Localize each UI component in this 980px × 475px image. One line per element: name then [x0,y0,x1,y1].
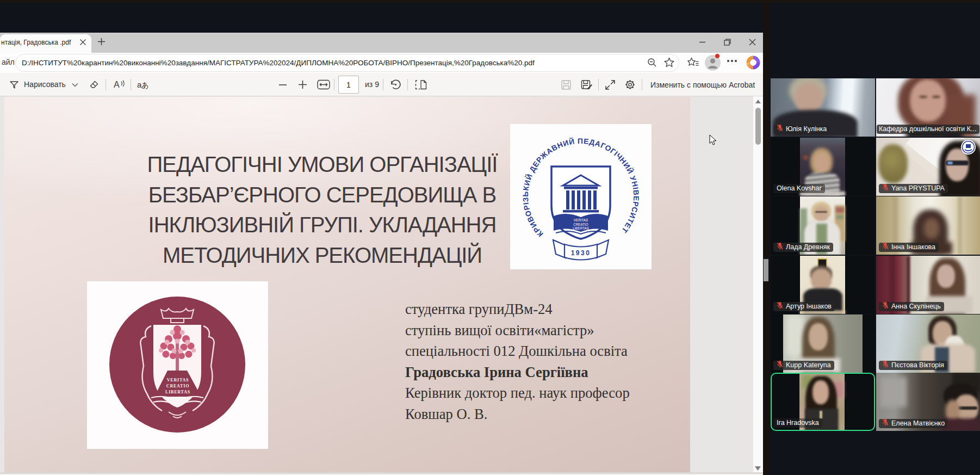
svg-text:CREATIO: CREATIO [166,384,189,388]
svg-text:A: A [114,80,120,89]
svg-text:1930: 1930 [571,249,591,257]
svg-text:VERITAS: VERITAS [167,378,189,383]
svg-text:LIBERTAS: LIBERTAS [165,390,190,394]
svg-text:CREATIO: CREATIO [573,223,588,226]
svg-text:LIBERTAS: LIBERTAS [573,226,589,230]
svg-text:VERITAS: VERITAS [574,218,588,222]
